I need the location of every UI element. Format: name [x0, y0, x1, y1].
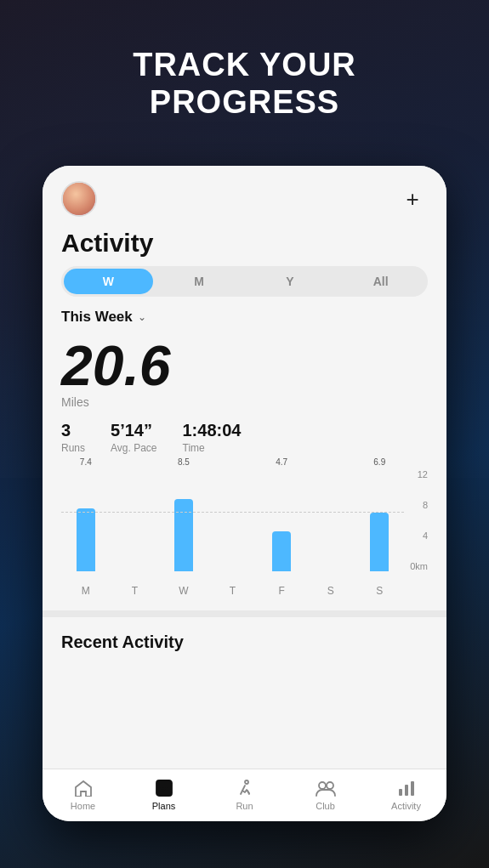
nav-plans[interactable]: Plans [123, 778, 204, 811]
bar-value-label: 4.7 [276, 457, 287, 467]
chart-bar-col [208, 469, 258, 571]
svg-point-1 [245, 780, 248, 784]
chart-bar [272, 531, 291, 571]
nav-run-label: Run [236, 801, 253, 811]
week-selector[interactable]: This Week ⌄ [43, 309, 446, 331]
chart-dashed-line [61, 512, 404, 513]
bar-value-label: 6.9 [373, 457, 385, 467]
chart-bar-col: 8.5 [159, 469, 208, 571]
stat-pace: 5’14” Avg. Pace [111, 421, 156, 454]
card-content: + Activity W M Y All This Week ⌄ 20.6 Mi… [43, 166, 446, 769]
chart-bar [174, 499, 193, 571]
bottom-nav: Home Plans Run [43, 769, 446, 821]
home-icon [71, 778, 95, 798]
recent-section: Recent Activity [43, 617, 446, 661]
nav-home-label: Home [71, 801, 95, 811]
run-icon [233, 778, 257, 798]
chart-bar-col [111, 469, 160, 571]
stat-pace-label: Avg. Pace [111, 442, 156, 454]
header-title: TRACK YOUR PROGRESS [0, 47, 489, 121]
chart-bar-col: 4.7 [257, 469, 306, 571]
nav-activity-label: Activity [391, 801, 421, 811]
chart-bar-col: 7.4 [61, 469, 111, 571]
chart-x-day-label: T [111, 585, 160, 597]
plans-icon [152, 778, 176, 798]
y-label-0: 0km [410, 561, 428, 571]
bar-value-label: 8.5 [178, 457, 190, 467]
svg-rect-5 [405, 785, 408, 796]
tab-y[interactable]: Y [246, 269, 335, 294]
y-label-4: 4 [423, 530, 428, 541]
chart-bar-col [306, 469, 355, 571]
y-label-8: 8 [423, 500, 428, 510]
recent-activity-title: Recent Activity [61, 633, 428, 652]
nav-home[interactable]: Home [43, 778, 123, 811]
phone-card: + Activity W M Y All This Week ⌄ 20.6 Mi… [43, 166, 446, 821]
activity-icon [395, 778, 418, 798]
nav-club-label: Club [316, 801, 335, 811]
nav-activity[interactable]: Activity [366, 778, 446, 811]
chart-y-axis: 12 8 4 0km [410, 469, 428, 571]
plus-button[interactable]: + [397, 184, 428, 214]
svg-point-3 [327, 782, 333, 789]
bar-value-label: 7.4 [80, 457, 92, 467]
stat-runs-value: 3 [61, 421, 85, 440]
activity-title: Activity [43, 225, 446, 266]
tab-all[interactable]: All [336, 269, 425, 294]
stat-runs-label: Runs [61, 442, 85, 454]
tab-selector: W M Y All [61, 266, 428, 297]
divider [43, 610, 446, 617]
chart-bar-col: 6.9 [355, 469, 404, 571]
avatar[interactable] [61, 181, 97, 217]
distance-unit: Miles [43, 395, 446, 421]
chart-x-day-label: T [208, 585, 258, 597]
stat-time-label: Time [183, 442, 242, 454]
svg-point-2 [319, 782, 326, 789]
stat-pace-value: 5’14” [111, 421, 156, 440]
title-line1: TRACK YOUR [133, 47, 356, 82]
title-line2: PROGRESS [150, 84, 339, 120]
svg-rect-6 [411, 781, 414, 796]
stat-time-value: 1:48:04 [183, 421, 242, 440]
chart-x-day-label: F [257, 585, 306, 597]
chart-bar [77, 508, 95, 571]
tab-w[interactable]: W [64, 269, 153, 294]
chart-x-day-label: M [61, 585, 111, 597]
chart-area: 12 8 4 0km 7.48.54.76.9 MTWTFSS [61, 469, 428, 597]
chart-x-day-label: S [306, 585, 355, 597]
nav-run[interactable]: Run [204, 778, 285, 811]
chart-bar [370, 513, 389, 571]
nav-club[interactable]: Club [285, 778, 366, 811]
week-label: This Week [61, 309, 133, 326]
top-bar: + [43, 166, 446, 225]
chart-x-day-label: W [159, 585, 208, 597]
chart-x-labels: MTWTFSS [61, 585, 404, 597]
stats-row: 3 Runs 5’14” Avg. Pace 1:48:04 Time [43, 421, 446, 469]
stat-time: 1:48:04 Time [183, 421, 242, 454]
y-label-12: 12 [418, 469, 428, 479]
chart-bars: 7.48.54.76.9 [61, 469, 404, 571]
svg-rect-4 [399, 789, 402, 796]
tab-m[interactable]: M [155, 269, 244, 294]
nav-plans-label: Plans [152, 801, 176, 811]
chart-x-day-label: S [355, 585, 404, 597]
stat-runs: 3 Runs [61, 421, 85, 454]
club-icon [314, 778, 338, 798]
distance-value: 20.6 [43, 331, 446, 395]
chevron-down-icon: ⌄ [138, 311, 146, 323]
